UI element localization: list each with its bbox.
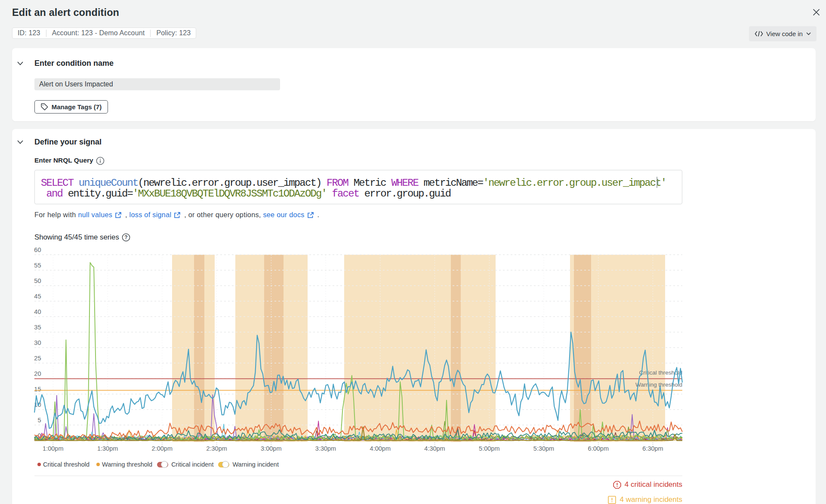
svg-text:?: ? bbox=[124, 234, 127, 240]
svg-text:5: 5 bbox=[37, 417, 41, 424]
svg-text:Warning threshold: Warning threshold bbox=[635, 381, 682, 388]
svg-text:40: 40 bbox=[34, 308, 41, 315]
svg-text:1:30pm: 1:30pm bbox=[97, 445, 118, 452]
svg-text:3:00pm: 3:00pm bbox=[261, 445, 281, 452]
svg-text:5:00pm: 5:00pm bbox=[479, 445, 499, 452]
svg-text:35: 35 bbox=[34, 324, 41, 331]
svg-text:15: 15 bbox=[34, 386, 41, 393]
svg-text:2:30pm: 2:30pm bbox=[206, 445, 227, 452]
svg-text:45: 45 bbox=[34, 293, 41, 300]
svg-text:30: 30 bbox=[34, 339, 41, 346]
svg-text:3:30pm: 3:30pm bbox=[315, 445, 336, 452]
svg-text:4:30pm: 4:30pm bbox=[424, 445, 445, 452]
svg-text:1:00pm: 1:00pm bbox=[43, 445, 63, 452]
svg-text:20: 20 bbox=[34, 370, 41, 377]
svg-text:6:00pm: 6:00pm bbox=[588, 445, 609, 452]
svg-text:4:00pm: 4:00pm bbox=[370, 445, 391, 452]
svg-text:60: 60 bbox=[34, 246, 41, 253]
svg-text:25: 25 bbox=[34, 355, 41, 362]
svg-text:2:00pm: 2:00pm bbox=[152, 445, 173, 452]
svg-text:6:30pm: 6:30pm bbox=[642, 445, 663, 452]
svg-text:55: 55 bbox=[34, 262, 41, 269]
svg-text:50: 50 bbox=[34, 277, 41, 284]
svg-text:5:30pm: 5:30pm bbox=[533, 445, 554, 452]
